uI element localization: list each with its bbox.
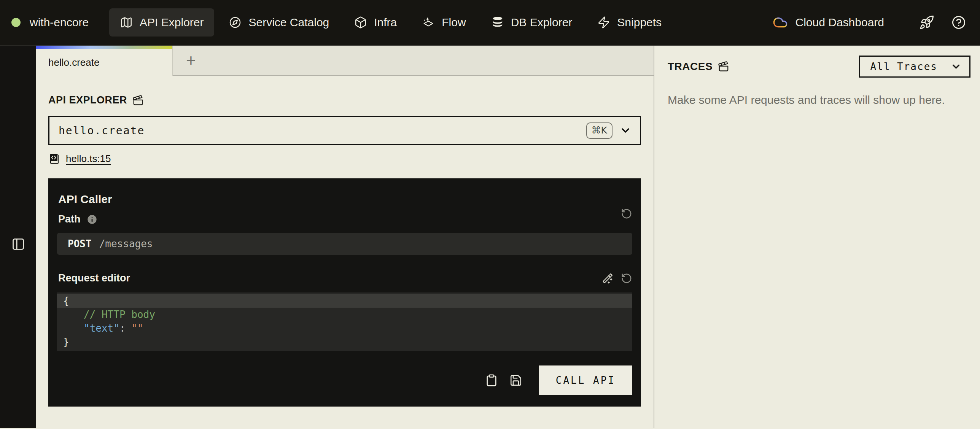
app-brand[interactable]: with-encore <box>11 16 89 29</box>
nav-item-db-explorer[interactable]: DB Explorer <box>480 8 583 37</box>
save-request-button[interactable] <box>509 374 522 387</box>
clipboard-icon <box>485 374 498 387</box>
panel-left-icon <box>11 237 25 251</box>
app-name: with-encore <box>30 16 89 29</box>
reset-path-button[interactable] <box>621 208 632 219</box>
tab-bar-rest: + <box>172 46 654 76</box>
copy-request-button[interactable] <box>485 374 498 387</box>
code-line: // HTTP body <box>57 308 632 321</box>
new-tab-button[interactable]: + <box>186 52 196 69</box>
api-explorer-content: API EXPLORER hello.create ⌘K hello.ts:15 <box>36 76 654 407</box>
reset-icon <box>621 273 632 284</box>
shortcut-badge: ⌘K <box>586 122 612 139</box>
info-icon <box>87 214 97 225</box>
source-file-label: hello.ts:15 <box>66 153 111 165</box>
code-open-brace: { <box>63 295 69 307</box>
code-string-value: "" <box>131 323 143 334</box>
cloud-dashboard-link[interactable]: Cloud Dashboard <box>773 15 884 30</box>
tab-hello-create[interactable]: hello.create <box>36 46 172 76</box>
code-line: } <box>57 335 632 349</box>
map-icon <box>120 16 133 29</box>
top-nav: with-encore API Explorer Service Catalog… <box>0 0 980 46</box>
nav-item-label: API Explorer <box>140 16 204 29</box>
database-icon <box>491 16 504 29</box>
nav-item-label: Infra <box>374 16 397 29</box>
traces-empty-message: Make some API requests and traces will s… <box>668 94 970 106</box>
nav-item-label: DB Explorer <box>511 16 573 29</box>
tab-label: hello.create <box>48 57 99 68</box>
lightning-icon <box>597 16 610 29</box>
cloud-icon <box>773 15 788 30</box>
code-file-icon <box>48 153 60 165</box>
source-file-link[interactable]: hello.ts:15 <box>48 153 111 165</box>
chevron-down-icon <box>619 124 632 137</box>
code-close-brace: } <box>63 336 69 348</box>
help-icon <box>951 15 966 30</box>
reset-icon <box>621 208 632 219</box>
cloud-dashboard-label: Cloud Dashboard <box>795 16 884 29</box>
app-status-dot <box>11 18 21 27</box>
endpoint-select[interactable]: hello.create ⌘K <box>48 116 641 145</box>
call-api-button[interactable]: CALL API <box>539 365 632 395</box>
toggle-sidebar-button[interactable] <box>11 60 25 428</box>
left-rail <box>0 46 36 428</box>
nav-item-infra[interactable]: Infra <box>344 8 407 37</box>
magic-wand-icon <box>602 273 613 284</box>
reset-request-button[interactable] <box>621 273 632 284</box>
code-colon: : <box>119 323 131 334</box>
nav-item-flow[interactable]: Flow <box>411 8 476 37</box>
code-line: "text": "" <box>57 321 632 335</box>
nav-item-snippets[interactable]: Snippets <box>587 8 672 37</box>
main-panel: hello.create + API EXPLORER hello.create… <box>36 46 654 428</box>
request-editor-label: Request editor <box>58 272 130 284</box>
path-label: Path <box>58 213 81 225</box>
tab-bar: hello.create + <box>36 46 654 76</box>
clapperboard-icon <box>718 61 729 72</box>
nav-item-label: Service Catalog <box>248 16 329 29</box>
rocket-icon <box>919 15 934 30</box>
traces-filter-select[interactable]: All Traces <box>859 56 970 78</box>
box-icon <box>354 16 367 29</box>
endpoint-select-value: hello.create <box>59 124 586 137</box>
onboarding-rocket-button[interactable] <box>919 15 934 30</box>
autofill-button[interactable] <box>602 273 613 284</box>
code-comment: // HTTP body <box>84 309 155 320</box>
page-title: API EXPLORER <box>48 94 127 106</box>
code-line: { <box>57 294 632 308</box>
help-button[interactable] <box>951 15 966 30</box>
request-body-editor[interactable]: { // HTTP body "text": "" } <box>57 292 632 351</box>
nav-item-label: Flow <box>442 16 466 29</box>
http-method: POST <box>68 238 92 249</box>
traces-filter-value: All Traces <box>870 61 937 72</box>
traces-panel: TRACES All Traces Make some API requests… <box>654 46 980 428</box>
http-path: /messages <box>99 238 153 249</box>
endpoint-path-display: POST /messages <box>57 233 632 255</box>
chevron-down-icon <box>950 61 962 72</box>
nav-item-api-explorer[interactable]: API Explorer <box>109 8 214 37</box>
clapperboard-icon <box>132 95 144 106</box>
code-key: "text" <box>84 323 119 334</box>
traces-title: TRACES <box>668 60 713 73</box>
api-caller-title: API Caller <box>57 187 632 206</box>
api-caller-panel: API Caller Path POST <box>48 178 641 407</box>
save-icon <box>509 374 522 387</box>
compass-icon <box>229 16 242 29</box>
nav-item-label: Snippets <box>617 16 662 29</box>
flow-icon <box>422 16 435 29</box>
nav-item-service-catalog[interactable]: Service Catalog <box>218 8 340 37</box>
